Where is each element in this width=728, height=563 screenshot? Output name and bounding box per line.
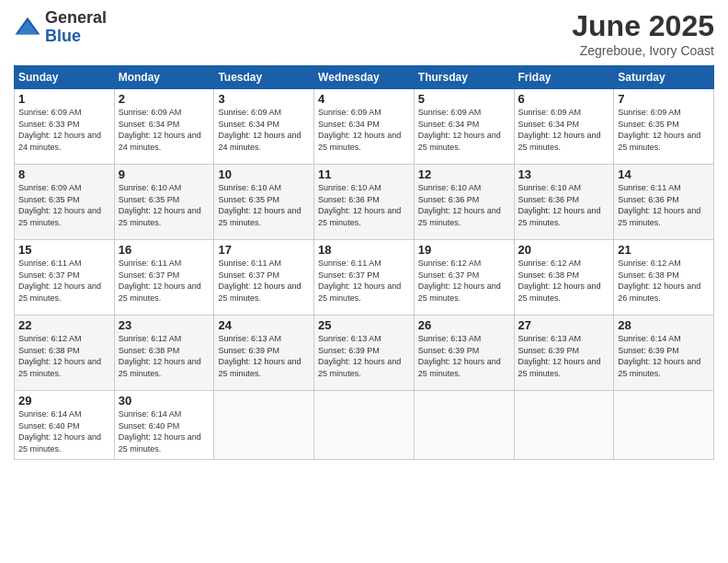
- table-row: 23 Sunrise: 6:12 AMSunset: 6:38 PMDaylig…: [114, 316, 214, 391]
- day-number: 21: [618, 243, 710, 257]
- table-row: 17 Sunrise: 6:11 AMSunset: 6:37 PMDaylig…: [214, 240, 314, 316]
- day-info: Sunrise: 6:10 AMSunset: 6:35 PMDaylight:…: [218, 183, 301, 227]
- logo-general-text: General: [45, 9, 107, 28]
- table-row: 24 Sunrise: 6:13 AMSunset: 6:39 PMDaylig…: [214, 316, 314, 391]
- day-info: Sunrise: 6:14 AMSunset: 6:40 PMDaylight:…: [119, 409, 201, 454]
- day-info: Sunrise: 6:11 AMSunset: 6:37 PMDaylight:…: [318, 259, 401, 303]
- calendar-week-row-2: 8 Sunrise: 6:09 AMSunset: 6:35 PMDayligh…: [15, 165, 714, 240]
- table-row: 19 Sunrise: 6:12 AMSunset: 6:37 PMDaylig…: [414, 240, 514, 316]
- table-row: 15 Sunrise: 6:11 AMSunset: 6:37 PMDaylig…: [15, 240, 115, 316]
- table-row: 9 Sunrise: 6:10 AMSunset: 6:35 PMDayligh…: [114, 165, 214, 240]
- day-number: 28: [618, 318, 710, 332]
- day-info: Sunrise: 6:13 AMSunset: 6:39 PMDaylight:…: [318, 334, 401, 378]
- day-info: Sunrise: 6:09 AMSunset: 6:34 PMDaylight:…: [218, 108, 301, 152]
- table-row: [514, 391, 614, 460]
- header-wednesday: Wednesday: [314, 66, 415, 89]
- day-info: Sunrise: 6:10 AMSunset: 6:36 PMDaylight:…: [318, 183, 401, 227]
- table-row: 27 Sunrise: 6:13 AMSunset: 6:39 PMDaylig…: [514, 316, 614, 391]
- table-row: 22 Sunrise: 6:12 AMSunset: 6:38 PMDaylig…: [15, 316, 115, 391]
- day-info: Sunrise: 6:11 AMSunset: 6:37 PMDaylight:…: [18, 259, 101, 303]
- day-info: Sunrise: 6:10 AMSunset: 6:36 PMDaylight:…: [518, 183, 601, 227]
- day-info: Sunrise: 6:11 AMSunset: 6:37 PMDaylight:…: [119, 259, 201, 303]
- table-row: 3 Sunrise: 6:09 AMSunset: 6:34 PMDayligh…: [214, 89, 314, 165]
- day-number: 15: [18, 243, 110, 257]
- day-number: 25: [318, 318, 410, 332]
- day-info: Sunrise: 6:09 AMSunset: 6:34 PMDaylight:…: [418, 108, 501, 152]
- day-number: 23: [119, 318, 210, 332]
- table-row: 14 Sunrise: 6:11 AMSunset: 6:36 PMDaylig…: [614, 165, 714, 240]
- table-row: 12 Sunrise: 6:10 AMSunset: 6:36 PMDaylig…: [414, 165, 514, 240]
- logo-icon: [14, 14, 41, 41]
- day-info: Sunrise: 6:11 AMSunset: 6:36 PMDaylight:…: [618, 183, 700, 227]
- day-number: 18: [318, 243, 410, 257]
- day-number: 29: [18, 394, 110, 408]
- table-row: 2 Sunrise: 6:09 AMSunset: 6:34 PMDayligh…: [114, 89, 214, 165]
- day-info: Sunrise: 6:12 AMSunset: 6:37 PMDaylight:…: [418, 259, 501, 303]
- header-friday: Friday: [514, 66, 614, 89]
- day-number: 2: [119, 92, 210, 106]
- day-info: Sunrise: 6:10 AMSunset: 6:35 PMDaylight:…: [119, 183, 201, 227]
- header-sunday: Sunday: [15, 66, 115, 89]
- weekday-header-row: Sunday Monday Tuesday Wednesday Thursday…: [15, 66, 714, 89]
- table-row: 29 Sunrise: 6:14 AMSunset: 6:40 PMDaylig…: [15, 391, 115, 460]
- day-info: Sunrise: 6:14 AMSunset: 6:40 PMDaylight:…: [18, 409, 101, 454]
- day-info: Sunrise: 6:09 AMSunset: 6:35 PMDaylight:…: [18, 183, 101, 227]
- day-number: 16: [119, 243, 210, 257]
- day-info: Sunrise: 6:09 AMSunset: 6:33 PMDaylight:…: [18, 108, 101, 152]
- day-info: Sunrise: 6:13 AMSunset: 6:39 PMDaylight:…: [518, 334, 601, 378]
- header-monday: Monday: [114, 66, 214, 89]
- day-number: 19: [418, 243, 510, 257]
- logo: General Blue: [14, 9, 107, 46]
- table-row: 28 Sunrise: 6:14 AMSunset: 6:39 PMDaylig…: [614, 316, 714, 391]
- day-number: 27: [518, 318, 610, 332]
- day-info: Sunrise: 6:14 AMSunset: 6:39 PMDaylight:…: [618, 334, 700, 378]
- table-row: [314, 391, 415, 460]
- day-number: 26: [418, 318, 510, 332]
- header-saturday: Saturday: [614, 66, 714, 89]
- table-row: [614, 391, 714, 460]
- table-row: [414, 391, 514, 460]
- logo-blue-text: Blue: [45, 28, 107, 46]
- day-number: 24: [218, 318, 310, 332]
- day-number: 4: [318, 92, 410, 106]
- day-info: Sunrise: 6:09 AMSunset: 6:34 PMDaylight:…: [518, 108, 601, 152]
- logo-text: General Blue: [45, 9, 107, 46]
- day-number: 30: [119, 394, 210, 408]
- calendar-week-row-5: 29 Sunrise: 6:14 AMSunset: 6:40 PMDaylig…: [15, 391, 714, 460]
- day-number: 11: [318, 167, 410, 181]
- day-number: 7: [618, 92, 710, 106]
- day-number: 22: [18, 318, 110, 332]
- table-row: 10 Sunrise: 6:10 AMSunset: 6:35 PMDaylig…: [214, 165, 314, 240]
- day-info: Sunrise: 6:11 AMSunset: 6:37 PMDaylight:…: [218, 259, 301, 303]
- day-info: Sunrise: 6:12 AMSunset: 6:38 PMDaylight:…: [119, 334, 201, 378]
- table-row: [214, 391, 314, 460]
- day-info: Sunrise: 6:09 AMSunset: 6:35 PMDaylight:…: [618, 108, 700, 152]
- day-number: 17: [218, 243, 310, 257]
- day-number: 14: [618, 167, 710, 181]
- calendar-table: Sunday Monday Tuesday Wednesday Thursday…: [14, 65, 714, 460]
- header-tuesday: Tuesday: [214, 66, 314, 89]
- day-number: 1: [18, 92, 110, 106]
- table-row: 21 Sunrise: 6:12 AMSunset: 6:38 PMDaylig…: [614, 240, 714, 316]
- calendar-week-row-1: 1 Sunrise: 6:09 AMSunset: 6:33 PMDayligh…: [15, 89, 714, 165]
- day-info: Sunrise: 6:13 AMSunset: 6:39 PMDaylight:…: [418, 334, 501, 378]
- header-thursday: Thursday: [414, 66, 514, 89]
- table-row: 16 Sunrise: 6:11 AMSunset: 6:37 PMDaylig…: [114, 240, 214, 316]
- day-info: Sunrise: 6:13 AMSunset: 6:39 PMDaylight:…: [218, 334, 301, 378]
- header: General Blue June 2025 Zegreboue, Ivory …: [14, 9, 714, 58]
- calendar-title: June 2025: [572, 9, 714, 43]
- table-row: 7 Sunrise: 6:09 AMSunset: 6:35 PMDayligh…: [614, 89, 714, 165]
- day-number: 6: [518, 92, 610, 106]
- day-number: 3: [218, 92, 310, 106]
- day-number: 10: [218, 167, 310, 181]
- day-number: 13: [518, 167, 610, 181]
- calendar-week-row-4: 22 Sunrise: 6:12 AMSunset: 6:38 PMDaylig…: [15, 316, 714, 391]
- table-row: 6 Sunrise: 6:09 AMSunset: 6:34 PMDayligh…: [514, 89, 614, 165]
- day-number: 9: [119, 167, 210, 181]
- table-row: 4 Sunrise: 6:09 AMSunset: 6:34 PMDayligh…: [314, 89, 415, 165]
- table-row: 30 Sunrise: 6:14 AMSunset: 6:40 PMDaylig…: [114, 391, 214, 460]
- table-row: 25 Sunrise: 6:13 AMSunset: 6:39 PMDaylig…: [314, 316, 415, 391]
- day-info: Sunrise: 6:12 AMSunset: 6:38 PMDaylight:…: [618, 259, 700, 303]
- table-row: 8 Sunrise: 6:09 AMSunset: 6:35 PMDayligh…: [15, 165, 115, 240]
- table-row: 13 Sunrise: 6:10 AMSunset: 6:36 PMDaylig…: [514, 165, 614, 240]
